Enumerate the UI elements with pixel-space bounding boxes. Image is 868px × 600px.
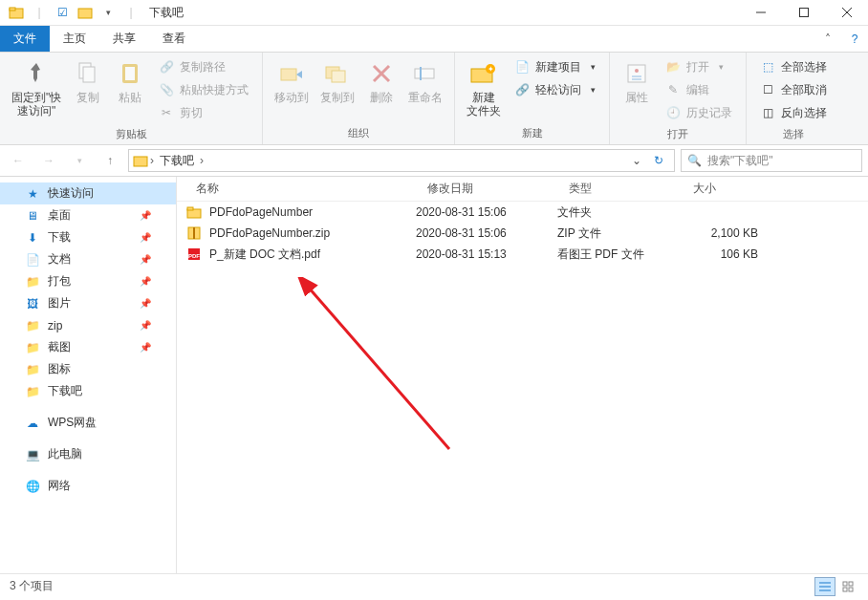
star-icon: ★ xyxy=(25,186,40,202)
address-dropdown-icon[interactable]: ⌄ xyxy=(628,154,645,167)
file-row[interactable]: PDFP_新建 DOC 文档.pdf2020-08-31 15:13看图王 PD… xyxy=(177,244,868,265)
paste-button[interactable]: 粘贴 xyxy=(109,54,151,106)
selectall-button[interactable]: ⬚全部选择 xyxy=(756,56,831,77)
help-icon[interactable]: ? xyxy=(841,26,868,52)
copypath-button[interactable]: 🔗复制路径 xyxy=(155,56,252,77)
properties-icon xyxy=(621,58,652,89)
file-type: 看图王 PDF 文件 xyxy=(557,246,682,263)
search-placeholder: 搜索"下载吧" xyxy=(707,153,773,169)
tab-file[interactable]: 文件 xyxy=(0,26,50,52)
group-organize: 移动到 复制到 删除 重命名 组织 xyxy=(263,53,455,144)
tab-share[interactable]: 共享 xyxy=(99,26,149,52)
tab-home[interactable]: 主页 xyxy=(50,26,99,52)
chevron-right-icon[interactable]: › xyxy=(200,154,204,167)
refresh-icon[interactable]: ↻ xyxy=(647,154,670,167)
nav-desktop[interactable]: 🖥桌面📌 xyxy=(0,204,176,226)
close-button[interactable] xyxy=(825,0,868,26)
file-list: 名称 修改日期 类型 大小 PDFdoPageNumber2020-08-31 … xyxy=(177,177,868,573)
shortcut-icon: 📎 xyxy=(159,82,174,97)
newitem-button[interactable]: 📄新建项目▾ xyxy=(510,56,599,77)
col-type[interactable]: 类型 xyxy=(557,181,682,197)
maximize-button[interactable] xyxy=(782,0,825,26)
pasteshortcut-button[interactable]: 📎粘贴快捷方式 xyxy=(155,79,252,100)
back-button[interactable]: ← xyxy=(6,148,31,173)
nav-thispc[interactable]: 💻此电脑 xyxy=(0,443,176,465)
view-icons-button[interactable] xyxy=(837,577,858,596)
file-date: 2020-08-31 15:13 xyxy=(416,247,557,261)
delete-icon xyxy=(366,58,397,89)
delete-button[interactable]: 删除 xyxy=(360,54,402,106)
edit-button[interactable]: ✎编辑 xyxy=(662,79,736,100)
group-select: ⬚全部选择 ☐全部取消 ◫反向选择 选择 xyxy=(747,53,840,144)
ribbon-collapse-icon[interactable]: ˄ xyxy=(814,26,841,52)
open-button[interactable]: 📂打开▾ xyxy=(662,56,736,77)
selectnone-icon: ☐ xyxy=(760,82,775,97)
svg-rect-29 xyxy=(193,227,195,239)
file-date: 2020-08-31 15:06 xyxy=(416,226,557,240)
qat-dropdown-icon[interactable]: ▾ xyxy=(98,2,119,23)
recent-dropdown[interactable]: ▾ xyxy=(67,148,92,173)
folder-icon: 📁 xyxy=(25,274,40,289)
pin-icon: 📌 xyxy=(140,276,151,287)
copyto-icon xyxy=(322,58,353,89)
chevron-right-icon[interactable]: › xyxy=(150,154,154,167)
nav-zip[interactable]: 📁zip📌 xyxy=(0,314,176,336)
forward-button[interactable]: → xyxy=(36,148,61,173)
file-row[interactable]: PDFdoPageNumber2020-08-31 15:06文件夹 xyxy=(177,202,868,223)
breadcrumb-seg[interactable]: 下载吧 xyxy=(156,153,198,169)
file-type: ZIP 文件 xyxy=(557,225,682,242)
copyto-button[interactable]: 复制到 xyxy=(315,54,360,106)
invert-button[interactable]: ◫反向选择 xyxy=(756,102,831,123)
document-icon: 📄 xyxy=(25,252,40,268)
nav-documents[interactable]: 📄文档📌 xyxy=(0,248,176,270)
tab-view[interactable]: 查看 xyxy=(149,26,199,52)
pc-icon: 💻 xyxy=(25,447,40,462)
col-date[interactable]: 修改日期 xyxy=(416,181,557,197)
view-details-button[interactable] xyxy=(814,577,835,596)
copy-icon xyxy=(73,58,103,89)
newfolder-button[interactable]: ✦新建 文件夹 xyxy=(461,54,507,119)
nav-screenshot[interactable]: 📁截图📌 xyxy=(0,336,176,358)
cloud-icon: ☁ xyxy=(25,416,40,431)
easyaccess-button[interactable]: 🔗轻松访问▾ xyxy=(510,79,599,100)
history-button[interactable]: 🕘历史记录 xyxy=(662,102,736,123)
folder-icon: 📁 xyxy=(25,340,40,355)
title-bar: | ☑ ▾ | 下载吧 xyxy=(0,0,868,26)
qat-check-icon[interactable]: ☑ xyxy=(52,2,73,23)
nav-quickaccess[interactable]: ★快速访问 xyxy=(0,182,176,204)
col-size[interactable]: 大小 xyxy=(682,181,777,197)
folder-icon: 📁 xyxy=(25,318,40,333)
qat-folder-icon[interactable] xyxy=(75,2,96,23)
selectnone-button[interactable]: ☐全部取消 xyxy=(756,79,831,100)
search-input[interactable]: 🔍 搜索"下载吧" xyxy=(681,149,862,172)
nav-icons[interactable]: 📁图标 xyxy=(0,358,176,380)
breadcrumb[interactable]: › 下载吧 › ⌄ ↻ xyxy=(128,149,675,172)
folder-icon: 📁 xyxy=(25,362,40,377)
cut-button[interactable]: ✂剪切 xyxy=(155,102,252,123)
moveto-icon xyxy=(276,58,307,89)
pin-quickaccess-button[interactable]: 固定到"快 速访问" xyxy=(6,54,67,119)
folder-icon xyxy=(6,2,27,23)
pin-icon: 📌 xyxy=(140,210,151,221)
col-name[interactable]: 名称 xyxy=(177,181,416,197)
copy-button[interactable]: 复制 xyxy=(67,54,109,106)
nav-downloads[interactable]: ⬇下载📌 xyxy=(0,226,176,248)
pin-icon xyxy=(21,58,52,89)
search-icon: 🔍 xyxy=(687,154,702,167)
nav-network[interactable]: 🌐网络 xyxy=(0,475,176,497)
up-button[interactable]: ↑ xyxy=(98,148,122,173)
folder-icon: 📁 xyxy=(25,384,40,399)
minimize-button[interactable] xyxy=(739,0,782,26)
svg-rect-25 xyxy=(134,157,147,166)
moveto-button[interactable]: 移动到 xyxy=(269,54,315,106)
properties-button[interactable]: 属性 xyxy=(616,54,658,106)
file-row[interactable]: PDFdoPageNumber.zip2020-08-31 15:06ZIP 文… xyxy=(177,223,868,244)
rename-button[interactable]: 重命名 xyxy=(402,54,448,106)
nav-pictures[interactable]: 🖼图片📌 xyxy=(0,292,176,314)
column-headers: 名称 修改日期 类型 大小 xyxy=(177,177,868,202)
nav-xzb[interactable]: 📁下载吧 xyxy=(0,380,176,402)
pin-icon: 📌 xyxy=(140,232,151,243)
file-type: 文件夹 xyxy=(557,204,682,221)
nav-pack[interactable]: 📁打包📌 xyxy=(0,270,176,292)
nav-wps[interactable]: ☁WPS网盘 xyxy=(0,412,176,434)
